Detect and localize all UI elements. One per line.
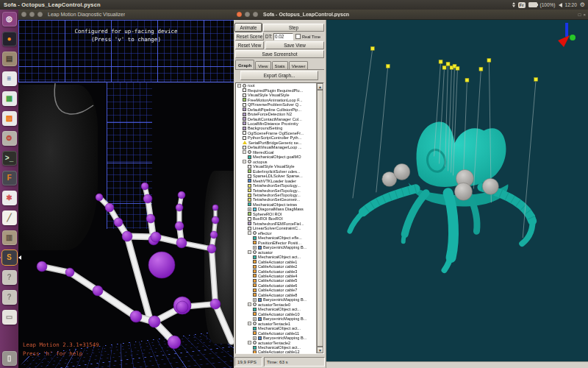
launcher-item-freecad[interactable]: F <box>2 171 17 185</box>
clock[interactable]: 12:20 <box>565 2 577 7</box>
keyboard-layout-indicator[interactable]: Fr <box>518 2 526 8</box>
reset-view-button[interactable]: Reset View <box>235 41 264 49</box>
dock-float-icon[interactable]: □ <box>578 13 581 17</box>
tree-item-icon-teal <box>253 308 257 311</box>
tree-expand-icon[interactable]: + <box>253 336 257 340</box>
tree-item-icon-blue <box>258 336 262 340</box>
tree-row-tetrahedronfemforcefiel[interactable]: TetrahedronFEMForceFiel... <box>236 222 316 226</box>
tree-expand-icon[interactable]: + <box>248 208 251 211</box>
launcher-item-libreoffice-impress[interactable]: ▨ <box>2 111 17 126</box>
sofa-3d-viewport[interactable] <box>326 20 588 361</box>
save-view-button[interactable]: Save View <box>265 41 324 49</box>
battery-icon[interactable] <box>528 2 537 7</box>
step-button[interactable]: Step <box>263 24 324 32</box>
tree-item-label: MechanicalObject act... <box>258 326 301 330</box>
launcher-item-firefox[interactable]: ● <box>2 32 17 46</box>
tree-expand-icon[interactable]: + <box>253 298 257 302</box>
tree-expand-icon[interactable]: − <box>248 302 251 306</box>
launcher-item-sofa[interactable]: S <box>2 250 17 265</box>
tree-expand-icon[interactable]: − <box>248 231 251 235</box>
tree-item-icon-white <box>248 165 251 169</box>
launcher-item-archive-app[interactable]: ▥ <box>2 230 17 245</box>
dt-input[interactable]: 0.02 <box>273 33 293 40</box>
tree-item-label: BackgroundSetting <box>248 126 282 130</box>
terminal-icon: >_ <box>5 155 13 162</box>
tree-item-label: LinearSolverConstraintC... <box>253 226 301 230</box>
tab-graph[interactable]: Graph <box>235 60 254 69</box>
launcher-item-unknown-app-1[interactable]: ? <box>2 270 17 285</box>
tree-item-icon-teal <box>253 346 257 350</box>
tree-expand-icon[interactable]: − <box>248 322 251 325</box>
scroll-down-icon[interactable]: ▼ <box>317 347 323 353</box>
tree-item-label: BoxROI BoxROI <box>253 216 283 221</box>
tree-item-icon-orange <box>253 265 257 269</box>
reset-scene-button[interactable]: Reset Scene <box>235 32 264 40</box>
launcher-item-text-editor[interactable]: ╱ <box>2 210 17 225</box>
session-gear-icon[interactable]: ⚙ <box>580 2 585 8</box>
tree-item-label: CableActuator cable8 <box>258 293 298 297</box>
dock-close-icon[interactable]: × <box>583 13 586 17</box>
network-icon[interactable] <box>512 2 515 7</box>
launcher-item-unknown-app-2[interactable]: ? <box>2 290 17 305</box>
tree-item-icon-yellow <box>248 184 251 188</box>
launcher-item-disk-drive[interactable]: ▭ <box>2 310 17 325</box>
sofa-window-title: Sofa - Octopus_LeapControl.pyscn <box>263 12 349 17</box>
tree-expand-icon[interactable]: − <box>243 160 246 163</box>
launcher-item-files[interactable]: ▤ <box>2 52 17 66</box>
animate-button[interactable]: Animate <box>235 24 262 32</box>
launcher-item-dash-home[interactable]: ◎ <box>2 12 17 26</box>
tree-scrollbar[interactable]: ▲ ▼ <box>316 83 323 353</box>
launcher-item-terminal[interactable]: >_ <box>2 151 17 166</box>
launcher-item-trash[interactable]: ▯ <box>2 351 17 366</box>
volume-icon[interactable] <box>559 3 562 7</box>
launcher-item-color-ball-app[interactable]: ✱ <box>2 191 17 205</box>
tree-item-label: root <box>248 83 255 88</box>
tree-expand-icon[interactable]: + <box>253 246 257 250</box>
minimize-icon[interactable] <box>245 12 250 17</box>
tree-item-label: DefaultContactManager Col... <box>248 117 302 121</box>
tree-expand-icon[interactable]: − <box>237 84 241 88</box>
minimize-icon[interactable] <box>29 12 35 17</box>
tree-expand-icon[interactable]: + <box>253 317 257 321</box>
sofa-statusbar: 19,9 FPS Time: 63 s <box>234 355 326 368</box>
close-icon[interactable] <box>237 12 242 17</box>
tree-item-label: TetrahedronFEMForceFiel... <box>253 222 304 226</box>
tree-expand-icon[interactable]: − <box>248 250 251 254</box>
tab-view[interactable]: View <box>255 61 270 69</box>
tree-item-label: BarycentricMapping B... <box>263 336 306 340</box>
dash-home-icon: ◎ <box>6 15 12 23</box>
tree-item-label: TetrahedronSetTopology... <box>253 188 301 193</box>
tree-item-icon-node <box>253 341 257 344</box>
tree-item-icon-yellow <box>248 188 251 192</box>
maximize-icon[interactable] <box>253 12 258 17</box>
tree-expand-icon[interactable]: − <box>248 341 251 344</box>
scrollbar-thumb[interactable] <box>317 90 323 347</box>
sofa-titlebar[interactable]: Sofa - Octopus_LeapControl.pyscn □ × <box>234 10 588 20</box>
tree-item-label: QPInverseProblemSolver Q... <box>248 102 302 107</box>
tree-item-label: CableActuator cable6 <box>258 283 298 288</box>
leap-titlebar[interactable]: Leap Motion Diagnostic Visualizer <box>18 10 234 20</box>
close-icon[interactable] <box>21 12 26 17</box>
tab-stats[interactable]: Stats <box>272 61 288 69</box>
unknown-app-1-icon: ? <box>7 274 11 281</box>
tab-viewer[interactable]: Viewer <box>289 61 309 69</box>
tree-row-cableactuator-cable12[interactable]: CableActuator cable12 <box>236 350 316 353</box>
tree-item-icon-green <box>248 212 251 216</box>
save-screenshot-button[interactable]: Save Screenshot <box>235 50 324 58</box>
tree-item-label: BarycentricMapping B... <box>263 297 306 302</box>
real-time-checkbox[interactable] <box>295 34 301 39</box>
device-config-overlay: Configured for up-facing device (Press '… <box>18 27 234 43</box>
launcher-item-libreoffice-calc[interactable]: ▦ <box>2 91 17 106</box>
tree-item-icon-node <box>248 160 251 163</box>
tree-expand-icon[interactable]: − <box>243 150 246 154</box>
maximize-icon[interactable] <box>37 12 43 17</box>
launcher-item-libreoffice-writer[interactable]: ≡ <box>2 71 17 86</box>
scroll-up-icon[interactable]: ▲ <box>317 83 323 90</box>
tree-item-label: VisualStyle VisualStyle <box>248 93 290 97</box>
tree-item-label: VisualStyle VisualStyle <box>253 164 295 169</box>
launcher-item-system-settings[interactable]: ⚙ <box>2 131 17 146</box>
export-graph-button[interactable]: Export Graph... <box>240 71 318 80</box>
leap-3d-view[interactable]: Configured for up-facing device (Press '… <box>18 20 234 368</box>
tree-item-label: RequiredPlugin RequiredPlu... <box>248 88 303 93</box>
tree-item-icon-teal <box>253 236 257 240</box>
